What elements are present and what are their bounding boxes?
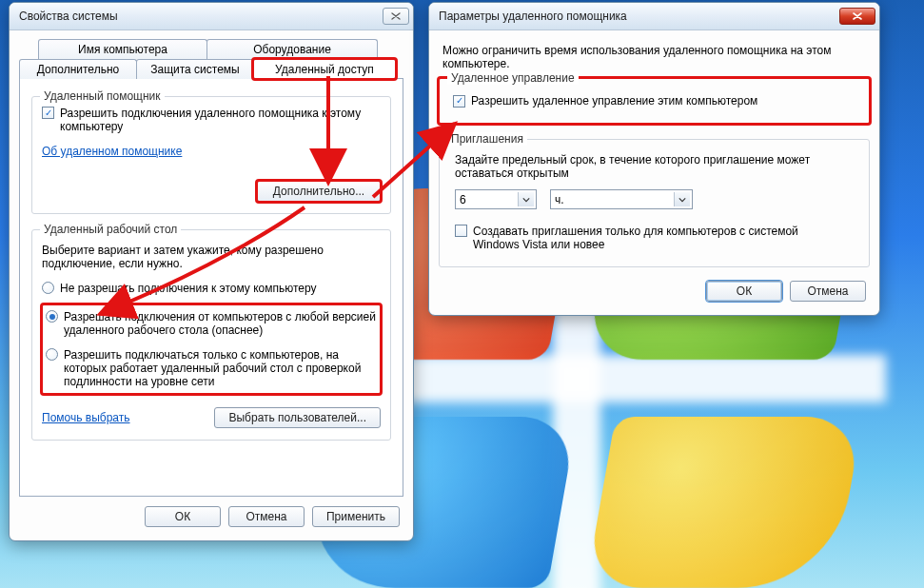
remote-assistance-legend: Удаленный помощник (40, 89, 165, 103)
rd-option-disallow-radio[interactable] (42, 282, 54, 294)
chevron-down-icon (518, 192, 534, 206)
remote-desktop-legend: Удаленный рабочий стол (40, 223, 181, 236)
invitations-instruction: Задайте предельный срок, в течение котор… (455, 153, 836, 180)
ok-button[interactable]: ОК (145, 506, 221, 527)
cancel-button[interactable]: Отмена (228, 506, 305, 527)
window-titlebar[interactable]: Параметры удаленного помощника (429, 3, 879, 30)
rd-option-nla-radio[interactable] (46, 348, 58, 361)
tab-remote[interactable]: Удаленный доступ (253, 59, 396, 79)
invitation-duration-unit: ч. (555, 193, 564, 206)
invitation-duration-unit-select[interactable]: ч. (550, 189, 693, 209)
remote-assistance-group: Удаленный помощник Разрешить подключения… (31, 96, 391, 214)
invitations-group: Приглашения Задайте предельный срок, в т… (439, 139, 870, 267)
invitations-legend: Приглашения (447, 132, 527, 146)
about-remote-assistance-link[interactable]: Об удаленном помощнике (42, 145, 182, 158)
tab-hardware[interactable]: Оборудование (206, 39, 378, 59)
system-properties-window: Свойства системы Имя компьютера Оборудов… (9, 2, 414, 541)
help-choose-link[interactable]: Помочь выбрать (42, 411, 130, 424)
rd-option-any-version-label: Разрешать подключения от компьютеров с л… (64, 310, 377, 337)
remote-assistance-settings-window: Параметры удаленного помощника Можно огр… (428, 2, 880, 316)
rd-option-disallow-label: Не разрешать подключения к этому компьют… (60, 282, 317, 295)
tab-system-protection[interactable]: Защита системы (136, 59, 254, 79)
window-title: Параметры удаленного помощника (439, 10, 627, 23)
close-icon[interactable] (383, 8, 409, 25)
remote-assistance-advanced-button[interactable]: Дополнительно... (257, 181, 381, 202)
intro-text: Можно ограничить время использования уда… (442, 44, 852, 70)
chevron-down-icon (674, 192, 690, 206)
allow-remote-assistance-checkbox[interactable] (42, 107, 54, 119)
window-titlebar[interactable]: Свойства системы (10, 3, 413, 30)
remote-control-group: Удаленное управление Разрешить удаленное… (439, 78, 870, 124)
vista-or-newer-checkbox[interactable] (455, 225, 467, 237)
window-title: Свойства системы (19, 10, 118, 23)
allow-remote-control-label: Разрешить удаленное управление этим комп… (471, 94, 757, 108)
allow-remote-control-checkbox[interactable] (453, 95, 465, 108)
rd-option-nla-label: Разрешить подключаться только с компьюте… (64, 348, 377, 388)
remote-control-legend: Удаленное управление (447, 71, 579, 85)
rd-option-any-version-radio[interactable] (46, 310, 58, 323)
select-users-button[interactable]: Выбрать пользователей... (214, 407, 381, 428)
cancel-button[interactable]: Отмена (790, 281, 866, 302)
tab-advanced[interactable]: Дополнительно (19, 59, 137, 79)
remote-desktop-group: Удаленный рабочий стол Выберите вариант … (31, 229, 391, 441)
allow-remote-assistance-label: Разрешить подключения удаленного помощни… (60, 107, 364, 133)
vista-or-newer-label: Создавать приглашения только для компьют… (473, 225, 825, 251)
tab-computer-name[interactable]: Имя компьютера (38, 39, 207, 59)
apply-button[interactable]: Применить (312, 506, 400, 527)
close-icon[interactable] (839, 8, 875, 25)
ok-button[interactable]: ОК (706, 281, 782, 302)
invitation-duration-value: 6 (460, 193, 466, 206)
remote-desktop-instruction: Выберите вариант и затем укажите, кому р… (42, 244, 356, 270)
invitation-duration-value-select[interactable]: 6 (455, 189, 537, 209)
